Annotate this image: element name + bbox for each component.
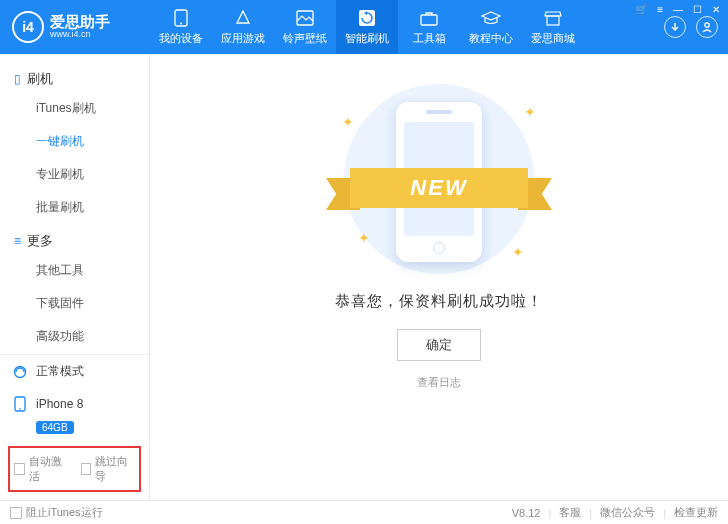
nav-toolbox[interactable]: 工具箱	[398, 0, 460, 54]
nav-label: 铃声壁纸	[283, 31, 327, 46]
storage-badge: 64GB	[36, 421, 74, 434]
device-phone-icon	[12, 396, 28, 412]
nav-label: 工具箱	[413, 31, 446, 46]
maximize-button[interactable]: ☐	[691, 4, 704, 15]
nav-apps[interactable]: 应用游戏	[212, 0, 274, 54]
sidebar-item-pro-flash[interactable]: 专业刷机	[0, 158, 149, 191]
wechat-link[interactable]: 微信公众号	[600, 505, 655, 520]
logo-title: 爱思助手	[50, 14, 110, 31]
checkbox-icon	[14, 463, 25, 475]
ok-button[interactable]: 确定	[397, 329, 481, 361]
phone-icon	[171, 9, 191, 27]
nav-flash[interactable]: 智能刷机	[336, 0, 398, 54]
nav: 我的设备 应用游戏 铃声壁纸 智能刷机 工具箱 教程中心 爱思商城	[150, 0, 664, 54]
device-row[interactable]: iPhone 8	[0, 388, 149, 420]
image-icon	[295, 9, 315, 27]
success-message: 恭喜您，保资料刷机成功啦！	[335, 292, 543, 311]
nav-label: 我的设备	[159, 31, 203, 46]
sidebar-group-flash[interactable]: ▯ 刷机	[0, 62, 149, 92]
mode-icon	[12, 364, 28, 380]
view-log-link[interactable]: 查看日志	[417, 375, 461, 390]
refresh-icon	[357, 9, 377, 27]
svg-rect-5	[547, 16, 559, 25]
success-illustration: ✦✦✦✦ NEW	[334, 84, 544, 274]
svg-point-6	[705, 23, 709, 27]
apps-icon	[233, 9, 253, 27]
mode-row[interactable]: 正常模式	[0, 355, 149, 388]
sidebar-group-more[interactable]: ≡ 更多	[0, 224, 149, 254]
svg-point-9	[19, 408, 21, 410]
sidebar-group-title: 更多	[27, 232, 53, 250]
nav-store[interactable]: 爱思商城	[522, 0, 584, 54]
nav-tutorials[interactable]: 教程中心	[460, 0, 522, 54]
user-button[interactable]	[696, 16, 718, 38]
main-panel: ✦✦✦✦ NEW 恭喜您，保资料刷机成功啦！ 确定 查看日志	[150, 54, 728, 500]
checkbox-label: 跳过向导	[95, 454, 135, 484]
close-button[interactable]: ✕	[710, 4, 722, 15]
checkbox-label: 自动激活	[29, 454, 69, 484]
options-highlight-box: 自动激活 跳过向导	[8, 446, 141, 492]
sidebar-item-download-fw[interactable]: 下载固件	[0, 287, 149, 320]
nav-ringtones[interactable]: 铃声壁纸	[274, 0, 336, 54]
sidebar-item-batch-flash[interactable]: 批量刷机	[0, 191, 149, 224]
sidebar-item-itunes-flash[interactable]: iTunes刷机	[0, 92, 149, 125]
checkbox-icon	[81, 463, 92, 475]
sidebar-item-advanced[interactable]: 高级功能	[0, 320, 149, 353]
checkbox-label: 阻止iTunes运行	[26, 505, 103, 520]
nav-my-device[interactable]: 我的设备	[150, 0, 212, 54]
graduation-icon	[481, 9, 501, 27]
logo-icon: i4	[12, 11, 44, 43]
nav-label: 教程中心	[469, 31, 513, 46]
menu-icon[interactable]: ≡	[655, 4, 665, 15]
menu-lines-icon: ≡	[14, 234, 21, 248]
checkbox-block-itunes[interactable]: 阻止iTunes运行	[10, 505, 103, 520]
support-link[interactable]: 客服	[559, 505, 581, 520]
minimize-button[interactable]: —	[671, 4, 685, 15]
mode-label: 正常模式	[36, 363, 84, 380]
version-label: V8.12	[512, 507, 541, 519]
logo: i4 爱思助手 www.i4.cn	[0, 11, 150, 43]
checkbox-icon	[10, 507, 22, 519]
footer: 阻止iTunes运行 V8.12 | 客服 | 微信公众号 | 检查更新	[0, 500, 728, 524]
nav-label: 智能刷机	[345, 31, 389, 46]
logo-subtitle: www.i4.cn	[50, 30, 110, 40]
checkbox-auto-activate[interactable]: 自动激活	[14, 454, 69, 484]
svg-rect-4	[421, 15, 437, 25]
phone-outline-icon: ▯	[14, 72, 21, 86]
device-name: iPhone 8	[36, 397, 83, 411]
nav-label: 爱思商城	[531, 31, 575, 46]
ribbon-text: NEW	[350, 168, 528, 208]
header: i4 爱思助手 www.i4.cn 我的设备 应用游戏 铃声壁纸 智能刷机 工具…	[0, 0, 728, 54]
sidebar-item-other-tools[interactable]: 其他工具	[0, 254, 149, 287]
sidebar-group-title: 刷机	[27, 70, 53, 88]
cart-icon[interactable]: 🛒	[633, 4, 649, 15]
checkbox-skip-wizard[interactable]: 跳过向导	[81, 454, 136, 484]
sidebar: ▯ 刷机 iTunes刷机 一键刷机 专业刷机 批量刷机 ≡ 更多 其他工具 下…	[0, 54, 150, 500]
nav-label: 应用游戏	[221, 31, 265, 46]
store-icon	[543, 9, 563, 27]
sidebar-item-oneclick-flash[interactable]: 一键刷机	[0, 125, 149, 158]
check-update-link[interactable]: 检查更新	[674, 505, 718, 520]
svg-point-1	[180, 22, 182, 24]
download-button[interactable]	[664, 16, 686, 38]
toolbox-icon	[419, 9, 439, 27]
